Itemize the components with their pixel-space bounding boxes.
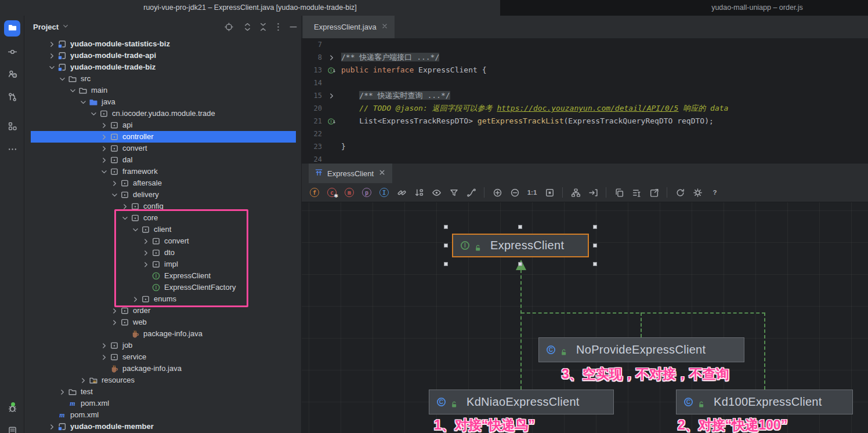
tree-item-java[interactable]: java xyxy=(24,96,302,108)
locate-icon[interactable] xyxy=(224,22,234,32)
chevron-right-icon[interactable] xyxy=(46,39,57,49)
tree-item-controller[interactable]: controller xyxy=(24,131,302,143)
tree-item-cn-iocoder-yudao-module-trade[interactable]: cn.iocoder.yudao.module.trade xyxy=(24,108,302,119)
diagram-tab-expressclient[interactable]: ExpressClient xyxy=(309,163,392,183)
sort-icon[interactable] xyxy=(412,185,426,199)
tree-item-delivery[interactable]: delivery xyxy=(24,189,302,201)
tree-item-dal[interactable]: dal xyxy=(24,154,302,166)
close-icon[interactable] xyxy=(381,22,389,32)
chevron-down-icon[interactable] xyxy=(130,225,140,234)
selection-handle[interactable] xyxy=(444,243,448,248)
selection-handle[interactable] xyxy=(593,243,597,248)
selection-handle[interactable] xyxy=(518,262,522,266)
help-icon[interactable]: ? xyxy=(708,185,722,199)
chevron-right-icon[interactable] xyxy=(99,121,109,130)
chevron-right-icon[interactable] xyxy=(140,248,151,257)
selection-handle[interactable] xyxy=(593,262,597,266)
chevron-right-icon[interactable] xyxy=(99,341,109,350)
panel-options-icon[interactable] xyxy=(273,22,284,32)
layout-icon[interactable] xyxy=(569,185,583,199)
filter-icon[interactable] xyxy=(447,185,461,199)
tree-item-package-info-java[interactable]: package-info.java xyxy=(24,363,302,374)
tree-item-enums[interactable]: enums xyxy=(24,293,302,305)
properties-toggle[interactable]: p xyxy=(360,185,374,199)
settings-icon[interactable] xyxy=(690,185,704,199)
tree-item-yudao-module-trade-biz[interactable]: yudao-module-trade-biz xyxy=(24,61,302,73)
diagram-node-kd100expressclient[interactable]: CKd100ExpressClient xyxy=(676,390,853,414)
diagram-node-expressclient[interactable]: IExpressClient xyxy=(452,234,589,257)
tree-item-dto[interactable]: dto xyxy=(24,247,302,259)
tree-item-framework[interactable]: framework xyxy=(24,166,302,177)
selection-handle[interactable] xyxy=(444,225,448,229)
tree-item-aftersale[interactable]: aftersale xyxy=(24,177,302,189)
chevron-down-icon[interactable] xyxy=(109,190,120,199)
chevron-right-icon[interactable] xyxy=(109,306,120,315)
tree-item-yudao-module-statistics-biz[interactable]: yudao-module-statistics-biz xyxy=(24,38,302,50)
chevron-right-icon[interactable] xyxy=(109,179,120,188)
debug-tool[interactable] xyxy=(4,400,20,416)
tree-item-convert[interactable]: convert xyxy=(24,235,302,247)
chevron-right-icon[interactable] xyxy=(99,132,109,141)
interface-implementations-icon[interactable]: I xyxy=(322,115,341,128)
constructors-toggle[interactable]: c✱ xyxy=(325,185,339,199)
chevron-right-icon[interactable] xyxy=(109,318,120,327)
actual-size-label[interactable]: 1:1 xyxy=(525,185,539,199)
tree-item-impl[interactable]: impl xyxy=(24,259,302,270)
tree-item-web[interactable]: web xyxy=(24,316,302,328)
visibility-scope-icon[interactable] xyxy=(429,185,443,199)
tree-item-main[interactable]: main xyxy=(24,85,302,96)
fold-marker-icon[interactable] xyxy=(322,89,341,102)
code-with-me-tool[interactable]: ? xyxy=(4,67,20,83)
chevron-down-icon[interactable] xyxy=(88,109,99,118)
chevron-right-icon[interactable] xyxy=(99,144,109,153)
zoom-out-icon[interactable] xyxy=(508,185,522,199)
tree-item-package-info-java[interactable]: package-info.java xyxy=(24,328,302,340)
more-tools[interactable] xyxy=(4,142,20,158)
chevron-down-icon[interactable] xyxy=(67,86,78,95)
pull-requests-tool[interactable] xyxy=(4,90,20,106)
chevron-right-icon[interactable] xyxy=(99,155,109,165)
route-edges-icon[interactable] xyxy=(586,185,600,199)
chevron-right-icon[interactable] xyxy=(46,422,57,431)
fit-content-icon[interactable] xyxy=(542,185,556,199)
diagram-node-kdniaoexpressclient[interactable]: CKdNiaoExpressClient xyxy=(429,390,614,414)
fold-marker-icon[interactable] xyxy=(322,51,341,64)
chevron-down-icon[interactable] xyxy=(99,167,109,176)
tree-item-order[interactable]: order xyxy=(24,305,302,316)
chevron-right-icon[interactable] xyxy=(140,236,151,246)
services-tool[interactable] xyxy=(4,422,20,433)
chevron-down-icon[interactable] xyxy=(46,63,57,72)
fields-toggle[interactable]: f xyxy=(308,185,321,199)
zoom-in-icon[interactable] xyxy=(490,185,504,199)
chevron-right-icon[interactable] xyxy=(130,294,140,304)
chevron-right-icon[interactable] xyxy=(140,260,151,269)
chevron-right-icon[interactable] xyxy=(99,352,109,362)
tree-item-core[interactable]: core xyxy=(24,212,302,224)
tree-item-api[interactable]: api xyxy=(24,119,302,131)
tree-item-client[interactable]: client xyxy=(24,224,302,235)
editor-tab-expressclient-java[interactable]: I ExpressClient.java xyxy=(303,16,395,38)
tree-item-pom-xml[interactable]: mpom.xml xyxy=(24,398,302,409)
tree-item-src[interactable]: src xyxy=(24,73,302,85)
copy-diagram-icon[interactable] xyxy=(612,185,626,199)
selection-handle[interactable] xyxy=(444,262,448,266)
chevron-down-icon[interactable] xyxy=(78,97,88,107)
export-icon[interactable] xyxy=(647,185,661,199)
project-panel-title[interactable]: Project xyxy=(33,16,70,38)
selection-handle[interactable] xyxy=(518,225,522,229)
methods-toggle[interactable]: m xyxy=(342,185,356,199)
tree-item-job[interactable]: job xyxy=(24,340,302,351)
tree-item-convert[interactable]: convert xyxy=(24,143,302,154)
project-tree[interactable]: yudao-module-statistics-bizyudao-module-… xyxy=(24,38,302,433)
commit-tool[interactable] xyxy=(4,45,20,61)
tree-item-expressclientfactory[interactable]: IExpressClientFactory xyxy=(24,282,302,293)
structure-tool[interactable] xyxy=(4,119,20,135)
edge-style-icon[interactable] xyxy=(464,185,478,199)
show-notes-icon[interactable] xyxy=(630,185,643,199)
tree-item-pom-xml[interactable]: mpom.xml xyxy=(24,409,302,421)
chevron-right-icon[interactable] xyxy=(78,376,88,385)
chevron-down-icon[interactable] xyxy=(57,74,67,83)
background-window-titlebar[interactable]: yudao-mall-uniapp – order.js xyxy=(500,0,868,16)
chevron-down-icon[interactable] xyxy=(120,213,130,223)
project-tool[interactable] xyxy=(4,20,20,37)
